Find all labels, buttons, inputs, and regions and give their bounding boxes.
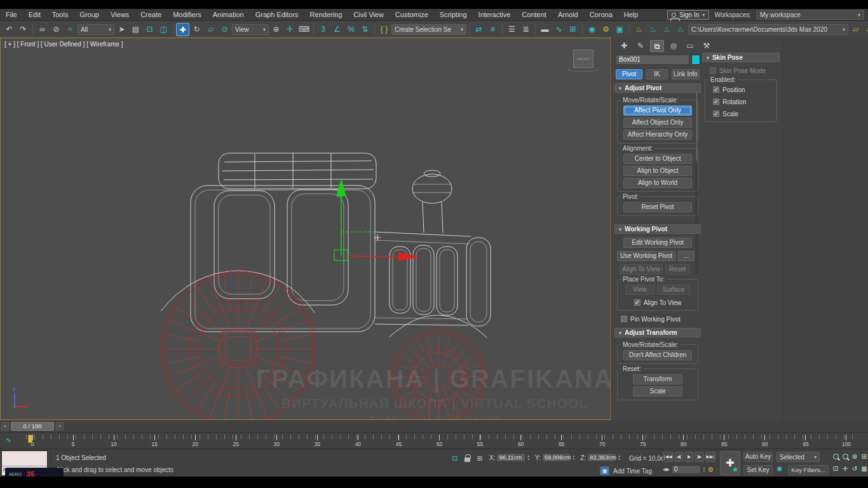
material-editor-icon[interactable]: ◉: [585, 23, 599, 36]
rollout-header[interactable]: ▼Adjust Transform: [614, 328, 701, 337]
angle-snap-icon[interactable]: ∠: [330, 23, 344, 36]
rect-region-icon[interactable]: ⊡: [143, 23, 156, 36]
skin-pose-option-checkbox[interactable]: ✓ Scale: [713, 109, 738, 118]
current-frame-field[interactable]: 0: [672, 465, 701, 474]
align-icon[interactable]: ≡: [486, 23, 499, 36]
workspace-select[interactable]: My workspace ▾: [756, 10, 864, 20]
selection-brackets-icon[interactable]: ⊡: [450, 453, 460, 463]
motion-tab-icon[interactable]: ◎: [667, 40, 681, 52]
pin-working-pivot-checkbox[interactable]: ✓ Pin Working Pivot: [621, 315, 700, 323]
menu-item[interactable]: Content: [516, 11, 552, 18]
render-cloud-icon[interactable]: ♨: [660, 23, 674, 36]
menu-item[interactable]: Modifiers: [167, 11, 207, 18]
menu-item[interactable]: Animation: [207, 11, 250, 18]
macro-recorder-pane[interactable]: [2, 451, 47, 466]
object-color-swatch[interactable]: [691, 55, 700, 65]
render-window-icon[interactable]: ♨: [646, 23, 660, 36]
spinner-snap-icon[interactable]: ⇅: [358, 23, 372, 36]
menu-item[interactable]: Rendering: [304, 11, 348, 18]
maxscript-listener-icon[interactable]: { }: [377, 23, 391, 36]
add-time-tag[interactable]: ▣ Add Time Tag: [600, 466, 652, 475]
edit-working-pivot-button[interactable]: Edit Working Pivot: [623, 238, 692, 248]
rollout-header[interactable]: ▼Working Pivot: [614, 224, 701, 234]
selection-set-dropdown[interactable]: Selected▾: [776, 452, 820, 462]
viewcube-face[interactable]: FRONT: [573, 50, 593, 68]
ribbon-icon[interactable]: ▬: [538, 23, 552, 36]
time-slider-track[interactable]: < 0 / 100 >: [0, 420, 868, 433]
modify-tab-icon[interactable]: ✎: [634, 40, 648, 52]
bind-spacewarp-icon[interactable]: ≈: [64, 23, 77, 36]
center-to-object-button[interactable]: Center to Object: [623, 154, 692, 164]
viewport-label[interactable]: [ + ] [ Front ] [ User Defined ] [ Wiref…: [4, 41, 123, 48]
maximize-viewport-icon[interactable]: ▦: [860, 464, 868, 474]
set-keys-button[interactable]: ✚: [720, 451, 740, 475]
zoom-extents-icon[interactable]: ⊛: [850, 452, 859, 462]
select-object-icon[interactable]: ➤: [115, 23, 128, 36]
reference-coordinate-select[interactable]: View▾: [232, 24, 269, 35]
time-configuration-icon[interactable]: ⚙: [707, 466, 714, 474]
menu-item[interactable]: Civil View: [348, 11, 389, 18]
menu-item[interactable]: Corona: [584, 11, 618, 18]
object-name-field[interactable]: Box001: [616, 55, 689, 65]
rollout-header[interactable]: ▼Adjust Pivot: [614, 83, 701, 93]
frame-spinner[interactable]: ▲▼: [703, 467, 705, 473]
previous-key-button[interactable]: <: [1, 422, 9, 431]
select-manipulate-icon[interactable]: ✛: [283, 23, 297, 36]
reset-pivot-button[interactable]: Reset Pivot: [623, 202, 692, 212]
affect-object-only-button[interactable]: Affect Object Only: [623, 118, 692, 128]
z-spinner[interactable]: ▲▼: [618, 455, 620, 461]
move-gizmo[interactable]: [334, 179, 419, 261]
next-key-button[interactable]: >: [56, 422, 64, 431]
select-by-name-icon[interactable]: ▤: [129, 23, 142, 36]
reset-working-pivot-button[interactable]: Reset: [665, 264, 689, 274]
reset-scale-button[interactable]: Scale: [633, 386, 682, 396]
go-start-icon[interactable]: |◀◀: [663, 452, 674, 462]
select-rotate-icon[interactable]: ↻: [190, 23, 203, 36]
display-tab-icon[interactable]: ▭: [683, 40, 697, 52]
use-working-pivot-button[interactable]: Use Working Pivot: [617, 251, 675, 261]
place-pivot-surface-button[interactable]: Surface: [657, 285, 690, 295]
utilities-tab-icon[interactable]: ⚒: [700, 40, 714, 52]
select-scale-icon[interactable]: ▱: [204, 23, 217, 36]
viewcube[interactable]: FRONT: [567, 50, 599, 78]
select-place-icon[interactable]: ⊙: [218, 23, 231, 36]
viewport-canvas[interactable]: Z: [1, 38, 611, 419]
menu-item[interactable]: File: [0, 11, 23, 18]
use-pivot-center-icon[interactable]: ⊕: [269, 23, 283, 36]
curve-editor-icon[interactable]: ∿: [552, 23, 566, 36]
redo-icon[interactable]: ↷: [17, 23, 30, 36]
working-pivot-options-button[interactable]: ...: [678, 251, 695, 261]
reset-transform-button[interactable]: Transform: [633, 374, 682, 384]
menu-item[interactable]: Edit: [23, 11, 46, 18]
render-setup-icon[interactable]: ⚙: [599, 23, 613, 36]
go-end-icon[interactable]: ▶▶|: [705, 452, 716, 462]
align-to-object-button[interactable]: Align to Object: [623, 166, 692, 176]
frame-nudge-icon[interactable]: ◀▶: [663, 467, 670, 472]
skin-pose-mode-checkbox[interactable]: ✓ Skin Pose Mode: [710, 66, 778, 75]
project-folder-path-select[interactable]: C:\Users\Константин\Documents\3ds Max 20…: [688, 24, 848, 35]
ik-mode-button[interactable]: IK: [646, 69, 668, 79]
scene-explorer-icon[interactable]: ☰: [505, 23, 519, 36]
project-folder-gear-icon[interactable]: ▱: [849, 23, 862, 36]
prev-frame-icon[interactable]: ◀|: [675, 452, 684, 462]
absolute-offset-toggle-icon[interactable]: ⊞: [475, 453, 485, 463]
x-spinner[interactable]: ▲▼: [527, 455, 529, 461]
pan-icon[interactable]: ✛: [841, 464, 850, 474]
zoom-region-icon[interactable]: ⊡: [831, 464, 840, 474]
viewport-front[interactable]: [ + ] [ Front ] [ User Defined ] [ Wiref…: [0, 37, 611, 420]
play-icon[interactable]: ▶: [685, 452, 694, 462]
skin-pose-option-checkbox[interactable]: ✓ Rotation: [713, 97, 746, 106]
select-move-icon[interactable]: ✚: [176, 23, 189, 36]
skin-pose-option-checkbox[interactable]: ✓ Position: [713, 85, 745, 94]
z-coordinate-field[interactable]: 82,363cm: [587, 453, 616, 462]
menu-item[interactable]: Group: [74, 11, 105, 18]
render-gallery-icon[interactable]: ♨: [674, 23, 688, 36]
menu-item[interactable]: Create: [135, 11, 167, 18]
set-key-button[interactable]: Set Key: [743, 465, 773, 475]
menu-item[interactable]: Help: [618, 11, 644, 18]
menu-item[interactable]: Scripting: [434, 11, 473, 18]
key-mode-icon[interactable]: ✱: [776, 465, 782, 473]
affect-pivot-only-button[interactable]: Affect Pivot Only: [623, 105, 692, 116]
time-slider[interactable]: 0 / 100: [11, 422, 54, 431]
affect-hierarchy-only-button[interactable]: Affect Hierarchy Only: [623, 130, 692, 140]
